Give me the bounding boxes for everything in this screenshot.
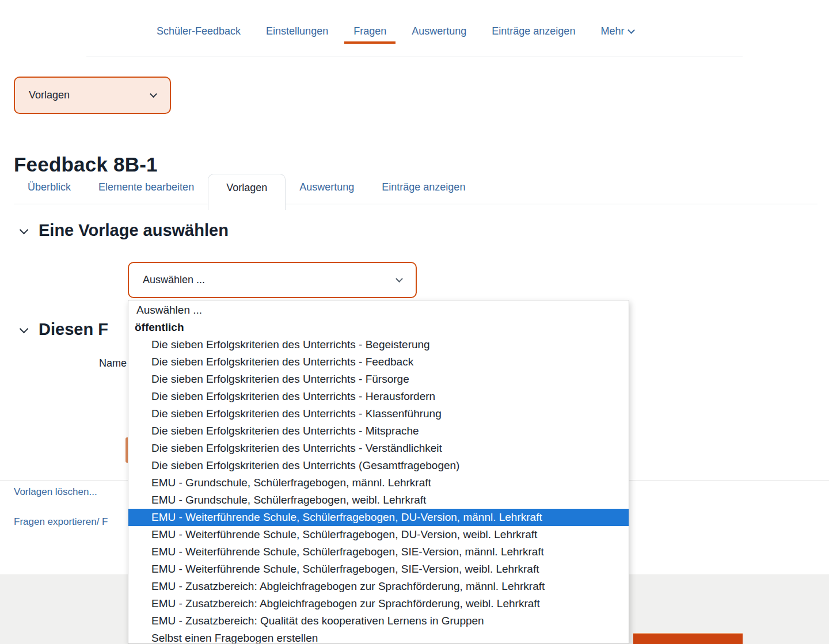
nav-item-auswertung[interactable]: Auswertung bbox=[412, 25, 466, 54]
page-title: Feedback 8B-1 bbox=[14, 153, 158, 176]
nav-item-einstellungen[interactable]: Einstellungen bbox=[266, 25, 328, 54]
dropdown-option[interactable]: Die sieben Erfolgskriterien des Unterric… bbox=[128, 440, 629, 457]
nav-item-mehr-label: Mehr bbox=[600, 25, 624, 37]
dropdown-option[interactable]: Die sieben Erfolgskriterien des Unterric… bbox=[128, 353, 629, 371]
native-select-dropdown: Auswählen ...öffentlichDie sieben Erfolg… bbox=[128, 300, 629, 644]
dropdown-option[interactable]: öffentlich bbox=[128, 319, 629, 336]
name-field-label: Name bbox=[69, 357, 127, 369]
template-select-value: Auswählen ... bbox=[143, 274, 205, 286]
nav-item-mehr[interactable]: Mehr bbox=[600, 25, 634, 54]
chevron-down-icon bbox=[396, 275, 403, 283]
nav-item-eintraege-anzeigen[interactable]: Einträge anzeigen bbox=[492, 25, 575, 54]
feedback-page: Schüler-Feedback Einstellungen Fragen Au… bbox=[0, 0, 829, 644]
nav-divider bbox=[86, 56, 743, 56]
section-heading-diesen-fragebogen[interactable]: Diesen F bbox=[21, 320, 108, 339]
dropdown-option[interactable]: Die sieben Erfolgskriterien des Unterric… bbox=[128, 371, 629, 388]
dropdown-option[interactable]: Die sieben Erfolgskriterien des Unterric… bbox=[128, 336, 629, 353]
nav-item-fragen[interactable]: Fragen bbox=[353, 25, 386, 54]
dropdown-option[interactable]: Die sieben Erfolgskriterien des Unterric… bbox=[128, 405, 629, 422]
dropdown-option[interactable]: Die sieben Erfolgskriterien des Unterric… bbox=[128, 422, 629, 440]
tab-eintraege-anzeigen[interactable]: Einträge anzeigen bbox=[368, 174, 479, 201]
dropdown-option[interactable]: EMU - Zusatzbereich: Qualität des kooper… bbox=[128, 612, 629, 630]
section-heading-label: Diesen F bbox=[39, 320, 108, 339]
dropdown-option[interactable]: EMU - Grundschule, Schülerfragebogen, we… bbox=[128, 491, 629, 509]
dropdown-option[interactable]: Auswählen ... bbox=[128, 302, 629, 319]
vorlagen-select[interactable]: Vorlagen bbox=[14, 77, 171, 114]
delete-templates-link[interactable]: Vorlagen löschen... bbox=[14, 486, 97, 498]
tab-elemente-bearbeiten[interactable]: Elemente bearbeiten bbox=[85, 174, 208, 201]
chevron-down-icon bbox=[20, 325, 29, 334]
dropdown-option[interactable]: Die sieben Erfolgskriterien des Unterric… bbox=[128, 457, 629, 474]
export-questions-link[interactable]: Fragen exportieren/ F bbox=[14, 516, 108, 528]
section-heading-eine-vorlage-auswaehlen[interactable]: Eine Vorlage auswählen bbox=[21, 221, 229, 240]
chevron-down-icon bbox=[20, 226, 29, 235]
dropdown-option[interactable]: EMU - Weiterführende Schule, Schülerfrag… bbox=[128, 561, 629, 578]
dropdown-option[interactable]: Die sieben Erfolgskriterien des Unterric… bbox=[128, 388, 629, 405]
footer-button-partial[interactable] bbox=[633, 633, 743, 644]
dropdown-option[interactable]: EMU - Zusatzbereich: Abgleichfragebogen … bbox=[128, 578, 629, 595]
template-select[interactable]: Auswählen ... bbox=[128, 262, 417, 298]
tab-vorlagen[interactable]: Vorlagen bbox=[208, 174, 286, 210]
section-heading-label: Eine Vorlage auswählen bbox=[39, 221, 229, 240]
chevron-down-icon bbox=[150, 90, 157, 98]
dropdown-option[interactable]: EMU - Weiterführende Schule, Schülerfrag… bbox=[128, 543, 629, 561]
chevron-down-icon bbox=[628, 26, 636, 34]
feedback-tabs: Überblick Elemente bearbeiten Vorlagen A… bbox=[14, 174, 479, 210]
nav-item-schueler-feedback[interactable]: Schüler-Feedback bbox=[157, 25, 241, 54]
dropdown-option-selected[interactable]: EMU - Weiterführende Schule, Schülerfrag… bbox=[128, 509, 629, 526]
activity-nav: Schüler-Feedback Einstellungen Fragen Au… bbox=[157, 25, 634, 54]
vorlagen-select-value: Vorlagen bbox=[29, 89, 70, 101]
tab-ueberblick[interactable]: Überblick bbox=[14, 174, 85, 201]
dropdown-option[interactable]: EMU - Grundschule, Schülerfragebogen, mä… bbox=[128, 474, 629, 491]
tab-auswertung[interactable]: Auswertung bbox=[286, 174, 368, 201]
dropdown-option[interactable]: EMU - Zusatzbereich: Abgleichfragebogen … bbox=[128, 595, 629, 612]
dropdown-option[interactable]: EMU - Weiterführende Schule, Schülerfrag… bbox=[128, 526, 629, 543]
dropdown-option[interactable]: Selbst einen Fragebogen erstellen bbox=[128, 630, 629, 644]
